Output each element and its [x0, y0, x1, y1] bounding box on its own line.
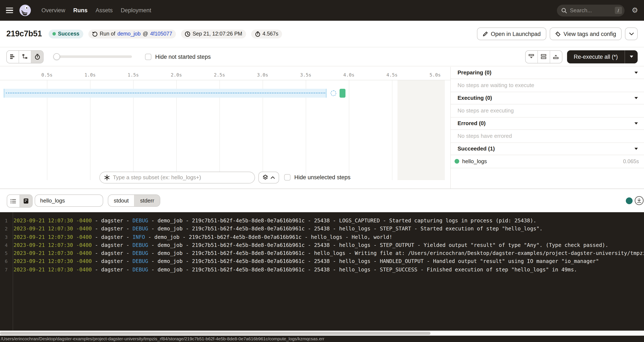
- hide-not-started-label: Hide not started steps: [155, 54, 211, 60]
- scrollbar-thumb[interactable]: [0, 332, 430, 334]
- step-subset-placeholder: Type a step subset (ex: hello_logs+): [113, 174, 201, 180]
- nav-item-assets[interactable]: Assets: [96, 7, 113, 14]
- search-icon: [561, 8, 567, 13]
- log-line-number: 3: [0, 234, 8, 242]
- slider-track[interactable]: [53, 56, 132, 58]
- section-preparing-header[interactable]: Preparing (0): [451, 66, 644, 79]
- commit-link[interactable]: 4f105077: [150, 31, 172, 37]
- axis-tick-label: 4.0s: [340, 72, 358, 78]
- step-graph-icon: [104, 174, 110, 180]
- reexecute-all-button[interactable]: Re-execute all (*): [567, 54, 624, 60]
- log-message: - demo_job - 219c7b51-b62f-4e5b-8de8-0e7…: [148, 218, 536, 224]
- log-file-path-bar: /Users/erincochran/Desktop/dagster-examp…: [0, 336, 644, 342]
- axis-tick-label: 1.5s: [124, 72, 142, 78]
- raw-log-view-button[interactable]: [20, 195, 32, 207]
- section-errored-header[interactable]: Errored (0): [451, 117, 644, 130]
- hamburger-menu-icon[interactable]: [6, 8, 13, 13]
- section-executing-header[interactable]: Executing (0): [451, 92, 644, 104]
- step-success-dot: [454, 159, 459, 164]
- layers-icon: [262, 174, 268, 180]
- log-message: - demo_job - 219c7b51-b62f-4e5b-8de8-0e7…: [148, 267, 577, 273]
- expand-up-button[interactable]: [550, 50, 562, 63]
- collapse-down-button[interactable]: [526, 50, 537, 63]
- step-subset-row: Type a step subset (ex: hello_logs+) Hid…: [0, 172, 450, 184]
- log-line-number: 4: [0, 242, 8, 250]
- log-timestamp: 2023-09-21 12:07:30 -0400: [14, 218, 92, 224]
- flat-list-icon: [10, 54, 16, 60]
- graph-query-toggle-button[interactable]: [258, 172, 279, 183]
- axis-tick-label: 3.5s: [296, 72, 315, 78]
- hide-unselected-label: Hide unselected steps: [294, 174, 350, 180]
- log-line: 42023-09-21 12:07:30 -0400 - dagster - D…: [0, 242, 644, 250]
- section-executing-empty: No steps are executing: [451, 104, 644, 117]
- more-actions-button[interactable]: [625, 28, 638, 40]
- timed-view-button[interactable]: [31, 50, 43, 63]
- panel-up-icon: [553, 54, 559, 60]
- nav-item-runs[interactable]: Runs: [73, 7, 88, 14]
- reexecute-split-button: Re-execute all (*): [567, 50, 638, 63]
- stopwatch-icon: [255, 31, 260, 36]
- raw-log-panel: 12023-09-21 12:07:30 -0400 - dagster - D…: [0, 212, 644, 330]
- gantt-step-marker[interactable]: [331, 90, 336, 96]
- nav-item-deployment[interactable]: Deployment: [121, 7, 151, 14]
- reexecute-menu-button[interactable]: [624, 50, 638, 63]
- gantt-view-mode-group: [6, 50, 44, 63]
- hide-unselected-checkbox[interactable]: [284, 174, 290, 180]
- nav-item-overview[interactable]: Overview: [42, 7, 65, 14]
- stdout-stderr-tabs: stdout stderr: [108, 194, 160, 207]
- step-subset-input[interactable]: Type a step subset (ex: hello_logs+): [99, 172, 255, 183]
- axis-tick-label: 0.5s: [38, 72, 56, 78]
- gantt-zoom-slider[interactable]: [53, 50, 132, 63]
- log-filter-input[interactable]: hello_logs: [35, 194, 103, 207]
- tab-stdout[interactable]: stdout: [108, 195, 134, 206]
- log-message: - demo_job - 219c7b51-b62f-4e5b-8de8-0e7…: [148, 250, 644, 256]
- clock-icon: [185, 31, 190, 36]
- flat-view-button[interactable]: [7, 50, 18, 63]
- step-row-hello-logs[interactable]: hello_logs 0.065s: [451, 155, 644, 168]
- slider-thumb[interactable]: [53, 53, 60, 60]
- log-timestamp: 2023-09-21 12:07:30 -0400: [14, 258, 92, 264]
- log-line: 52023-09-21 12:07:30 -0400 - dagster - D…: [0, 250, 644, 258]
- panel-down-icon: [528, 54, 534, 60]
- section-preparing-empty: No steps are waiting to execute: [451, 79, 644, 92]
- caret-down-icon: [634, 96, 638, 99]
- log-timestamp: 2023-09-21 12:07:30 -0400: [14, 226, 92, 232]
- dagster-run-page: Overview Runs Assets Deployment Search..…: [0, 0, 644, 342]
- run-of-tag: Run of demo_job @ 4f105077: [88, 30, 176, 38]
- tag-icon: [555, 31, 560, 36]
- log-line: 32023-09-21 12:07:30 -0400 - dagster - I…: [0, 233, 644, 242]
- chevron-up-icon: [270, 176, 275, 178]
- axis-tick-label: 2.5s: [210, 72, 229, 78]
- job-link[interactable]: demo_job: [117, 31, 140, 37]
- structured-list-icon: [10, 198, 16, 204]
- log-line-number: 5: [0, 250, 8, 258]
- log-level: INFO: [132, 234, 145, 240]
- caret-down-icon: [634, 122, 638, 124]
- log-level: DEBUG: [132, 267, 148, 273]
- raw-console-icon: [23, 198, 29, 204]
- run-title-bar: 219c7b51 Success Run of demo_job @ 4f105…: [0, 21, 644, 47]
- dagster-logo[interactable]: [19, 4, 31, 16]
- step-duration: 0.065s: [623, 158, 639, 164]
- tab-stderr[interactable]: stderr: [134, 195, 160, 206]
- log-horizontal-scrollbar[interactable]: [0, 330, 644, 336]
- log-level: DEBUG: [132, 242, 148, 248]
- structured-log-view-button[interactable]: [7, 195, 20, 207]
- duration-tag: 4.567s: [251, 30, 282, 38]
- waterfall-view-button[interactable]: [18, 50, 31, 63]
- gantt-chart: Type a step subset (ex: hello_logs+) Hid…: [0, 80, 450, 188]
- log-message: - demo_job - 219c7b51-b62f-4e5b-8de8-0e7…: [148, 258, 599, 264]
- log-timestamp: 2023-09-21 12:07:30 -0400: [14, 267, 92, 273]
- view-tags-config-button[interactable]: View tags and config: [550, 28, 622, 40]
- download-icon[interactable]: [634, 196, 644, 206]
- logs-toolbar: hello_logs stdout stderr: [0, 189, 644, 212]
- status-badge: Success: [49, 30, 83, 38]
- section-succeeded-header[interactable]: Succeeded (1): [451, 143, 644, 155]
- open-in-launchpad-button[interactable]: Open in Launchpad: [477, 28, 546, 40]
- split-even-button[interactable]: [537, 50, 550, 63]
- search-input[interactable]: Search... /: [557, 4, 624, 16]
- gantt-waiting-dotted-line: [6, 92, 325, 93]
- hide-not-started-checkbox[interactable]: [145, 54, 152, 60]
- gantt-bar-hello-logs[interactable]: [340, 88, 346, 98]
- gear-icon[interactable]: ⚙: [632, 7, 638, 14]
